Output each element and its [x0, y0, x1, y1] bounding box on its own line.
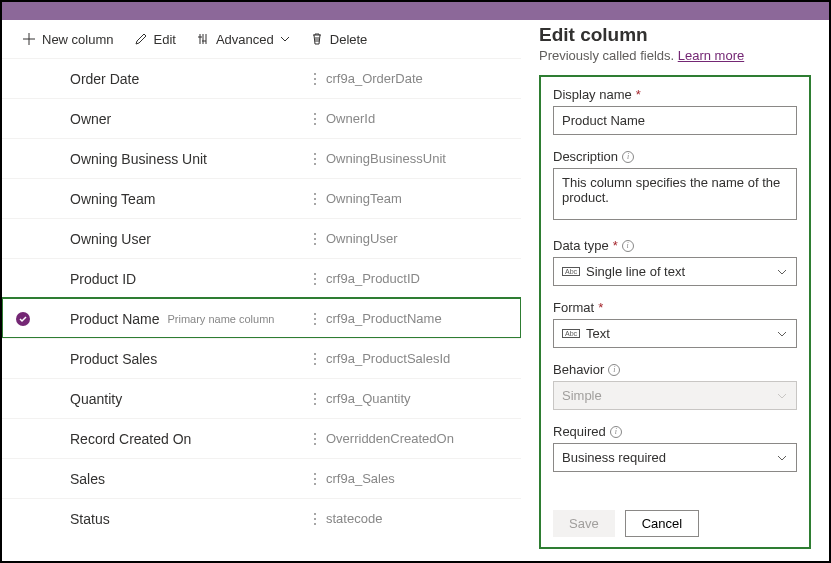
table-row[interactable]: Product Salescrf9a_ProductSalesId	[2, 338, 521, 378]
delete-button[interactable]: Delete	[302, 26, 376, 53]
svg-point-47	[314, 523, 316, 525]
table-row[interactable]: Order Datecrf9a_OrderDate	[2, 58, 521, 98]
svg-point-39	[314, 443, 316, 445]
table-row[interactable]: OwnerOwnerId	[2, 98, 521, 138]
column-logical-name: statecode	[326, 511, 511, 526]
table-row[interactable]: Statusstatecode	[2, 498, 521, 538]
svg-point-15	[314, 203, 316, 205]
svg-point-3	[314, 83, 316, 85]
svg-point-30	[314, 358, 316, 360]
delete-icon	[310, 32, 324, 46]
cancel-button[interactable]: Cancel	[625, 510, 699, 537]
row-menu-button[interactable]	[304, 392, 326, 406]
description-input[interactable]	[553, 168, 797, 220]
svg-point-19	[314, 243, 316, 245]
edit-form: Display name* Descriptioni Data type*i A…	[539, 75, 811, 549]
save-button[interactable]: Save	[553, 510, 615, 537]
svg-point-33	[314, 393, 316, 395]
column-logical-name: crf9a_ProductName	[326, 311, 511, 326]
required-field: Requiredi Business required	[553, 424, 797, 472]
info-icon[interactable]: i	[608, 364, 620, 376]
behavior-label: Behaviori	[553, 362, 797, 377]
column-display-name: Owning Business Unit	[34, 151, 304, 167]
display-name-input[interactable]	[553, 106, 797, 135]
display-name-field: Display name*	[553, 87, 797, 135]
learn-more-link[interactable]: Learn more	[678, 48, 744, 63]
column-logical-name: OwningUser	[326, 231, 511, 246]
format-select[interactable]: Abc Text	[553, 319, 797, 348]
format-field: Format* Abc Text	[553, 300, 797, 348]
info-icon[interactable]: i	[622, 151, 634, 163]
table-row[interactable]: Salescrf9a_Sales	[2, 458, 521, 498]
row-menu-button[interactable]	[304, 112, 326, 126]
column-logical-name: OwnerId	[326, 111, 511, 126]
svg-point-9	[314, 153, 316, 155]
row-menu-button[interactable]	[304, 472, 326, 486]
data-type-label: Data type*i	[553, 238, 797, 253]
column-rows: Order Datecrf9a_OrderDateOwnerOwnerIdOwn…	[2, 58, 521, 561]
chevron-down-icon	[776, 328, 788, 340]
row-menu-button[interactable]	[304, 432, 326, 446]
table-row[interactable]: Product IDcrf9a_ProductID	[2, 258, 521, 298]
column-logical-name: crf9a_ProductSalesId	[326, 351, 511, 366]
chevron-down-icon	[776, 266, 788, 278]
column-logical-name: crf9a_Sales	[326, 471, 511, 486]
columns-list-pane: New column Edit Advanced Delete Order Da…	[2, 20, 521, 561]
info-icon[interactable]: i	[610, 426, 622, 438]
row-menu-button[interactable]	[304, 72, 326, 86]
column-display-name: Sales	[34, 471, 304, 487]
row-menu-button[interactable]	[304, 312, 326, 326]
table-row[interactable]: Record Created OnOverriddenCreatedOn	[2, 418, 521, 458]
delete-label: Delete	[330, 32, 368, 47]
table-row[interactable]: Quantitycrf9a_Quantity	[2, 378, 521, 418]
new-column-button[interactable]: New column	[14, 26, 122, 53]
svg-point-29	[314, 353, 316, 355]
column-logical-name: crf9a_ProductID	[326, 271, 511, 286]
row-menu-button[interactable]	[304, 352, 326, 366]
column-display-name: Order Date	[34, 71, 304, 87]
column-logical-name: crf9a_Quantity	[326, 391, 511, 406]
info-icon[interactable]: i	[622, 240, 634, 252]
text-type-icon: Abc	[562, 267, 580, 276]
svg-point-6	[314, 118, 316, 120]
svg-point-14	[314, 198, 316, 200]
row-check[interactable]	[12, 311, 34, 327]
table-row[interactable]: Product Name Primary name columncrf9a_Pr…	[2, 298, 521, 338]
row-menu-button[interactable]	[304, 512, 326, 526]
description-label: Descriptioni	[553, 149, 797, 164]
required-select[interactable]: Business required	[553, 443, 797, 472]
format-label: Format*	[553, 300, 797, 315]
svg-point-27	[314, 323, 316, 325]
svg-point-37	[314, 433, 316, 435]
svg-point-2	[314, 78, 316, 80]
new-column-label: New column	[42, 32, 114, 47]
row-menu-button[interactable]	[304, 232, 326, 246]
svg-point-23	[314, 283, 316, 285]
svg-point-45	[314, 513, 316, 515]
chevron-down-icon	[776, 452, 788, 464]
row-menu-button[interactable]	[304, 152, 326, 166]
edit-column-panel: Edit column Previously called fields. Le…	[521, 20, 829, 561]
advanced-button[interactable]: Advanced	[188, 26, 298, 53]
svg-point-43	[314, 483, 316, 485]
row-menu-button[interactable]	[304, 192, 326, 206]
svg-point-11	[314, 163, 316, 165]
edit-label: Edit	[154, 32, 176, 47]
column-display-name: Status	[34, 511, 304, 527]
behavior-field: Behaviori Simple	[553, 362, 797, 410]
advanced-icon	[196, 32, 210, 46]
table-row[interactable]: Owning Business UnitOwningBusinessUnit	[2, 138, 521, 178]
svg-point-21	[314, 273, 316, 275]
table-row[interactable]: Owning TeamOwningTeam	[2, 178, 521, 218]
chevron-down-icon	[776, 390, 788, 402]
column-logical-name: OwningBusinessUnit	[326, 151, 511, 166]
svg-point-7	[314, 123, 316, 125]
row-menu-button[interactable]	[304, 272, 326, 286]
edit-button[interactable]: Edit	[126, 26, 184, 53]
svg-point-10	[314, 158, 316, 160]
svg-point-46	[314, 518, 316, 520]
data-type-select[interactable]: Abc Single line of text	[553, 257, 797, 286]
svg-point-38	[314, 438, 316, 440]
svg-point-17	[314, 233, 316, 235]
table-row[interactable]: Owning UserOwningUser	[2, 218, 521, 258]
